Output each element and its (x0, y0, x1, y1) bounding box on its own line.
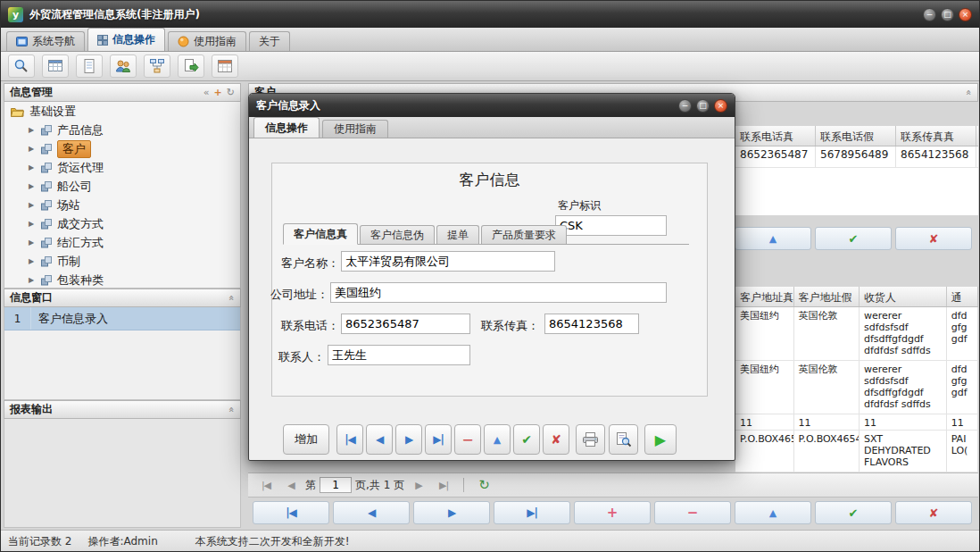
last-button[interactable]: ▶| (425, 424, 452, 455)
tab-system-nav[interactable]: 系统导航 (6, 31, 85, 51)
document-button[interactable] (76, 54, 103, 78)
add-tool-icon[interactable]: + (214, 87, 222, 98)
column-header[interactable]: 客户地址假 (794, 287, 860, 306)
prev-record-button[interactable]: ◀ (333, 501, 410, 524)
table-row[interactable]: 美国纽约 英国伦敦 wererer sdfdsfsdf dfsdffgfdgdf… (735, 361, 978, 414)
phone-input[interactable] (341, 314, 470, 334)
preview-button[interactable] (8, 54, 35, 78)
column-header[interactable]: 联系传真真 (896, 126, 976, 146)
collapse-left-icon[interactable]: « (203, 87, 210, 98)
tree-item-station[interactable]: ▶ 场站 (4, 196, 240, 214)
next-record-button[interactable]: ▶ (413, 501, 490, 524)
modify-button[interactable]: ▲ (735, 227, 811, 250)
customer-name-input[interactable] (341, 251, 555, 272)
last-page-button[interactable]: ▶| (433, 476, 454, 494)
table-button[interactable] (42, 54, 69, 78)
confirm-button[interactable]: ✔ (513, 424, 540, 455)
run-button[interactable]: ▶ (644, 424, 677, 455)
expand-icon[interactable]: ▶ (27, 201, 36, 209)
refresh-tool-icon[interactable]: ↻ (227, 87, 235, 98)
column-header[interactable]: 收货人 (860, 287, 947, 306)
expand-icon[interactable]: ▶ (27, 182, 36, 190)
cancel-record-button[interactable]: ✘ (895, 501, 972, 524)
tree-item-label: 包装种类 (57, 272, 104, 289)
tree-item-freight-agent[interactable]: ▶ 货运代理 (4, 158, 240, 177)
expand-icon[interactable]: ▶ (27, 126, 36, 134)
inner-tab-quality-req[interactable]: 产品质量要求 (481, 225, 567, 245)
table-row[interactable]: 11 11 11 11 (735, 414, 978, 431)
prev-page-button[interactable]: ◀ (280, 476, 302, 494)
tree-item-settlement-method[interactable]: ▶ 结汇方式 (4, 233, 240, 252)
delete-record-button[interactable]: − (654, 501, 731, 524)
collapse-up-icon[interactable]: « (226, 295, 237, 301)
last-record-button[interactable]: ▶| (494, 501, 570, 524)
search-button[interactable] (609, 424, 638, 455)
collapse-up-icon[interactable]: « (963, 89, 975, 96)
modify-button[interactable]: ▲ (484, 424, 511, 455)
table-row[interactable]: 8652365487 5678956489 8654123568 (735, 146, 978, 168)
maximize-button[interactable]: □ (941, 8, 954, 21)
table-row[interactable]: 美国纽约 英国伦敦 wererer sdfdsfsdf dfsdffgfdgdf… (735, 307, 978, 361)
modify-record-button[interactable]: ▲ (735, 501, 811, 524)
export-button[interactable] (178, 54, 204, 78)
tab-info-ops[interactable]: 信息操作 (87, 28, 165, 51)
tree-item-customer[interactable]: ▶ 客户 (4, 139, 240, 158)
column-header[interactable]: 联系电话假 (816, 126, 896, 146)
tree-item-deal-method[interactable]: ▶ 成交方式 (4, 214, 240, 233)
schedule-button[interactable] (212, 54, 238, 78)
expand-icon[interactable]: ▶ (27, 238, 36, 247)
list-item-customer-entry[interactable]: 1 客户信息录入 (4, 307, 240, 330)
cancel-button[interactable]: ✘ (543, 424, 569, 455)
table-row[interactable]: P.O.BOX46546, P.O.BOX46546, SXT DEHYDRAT… (735, 431, 978, 473)
expand-icon[interactable]: ▶ (27, 276, 36, 284)
add-record-button[interactable]: + (574, 501, 651, 524)
first-record-button[interactable]: |◀ (253, 501, 329, 524)
next-button[interactable]: ▶ (395, 424, 422, 455)
confirm-button[interactable]: ✔ (815, 227, 892, 250)
page-number-input[interactable] (320, 477, 352, 493)
dialog-maximize-button[interactable]: □ (696, 99, 710, 113)
dialog-minimize-button[interactable]: − (678, 99, 692, 113)
first-page-button[interactable]: |◀ (255, 476, 277, 494)
inner-tab-customer-fake[interactable]: 客户信息伪 (360, 225, 435, 245)
expand-icon[interactable]: ▶ (27, 220, 36, 228)
dialog-tab-guide[interactable]: 使用指南 (322, 120, 388, 138)
add-button[interactable]: 增加 (283, 424, 329, 455)
expand-icon[interactable]: ▶ (27, 145, 36, 153)
tree-item-product-info[interactable]: ▶ 产品信息 (4, 121, 240, 139)
confirm-record-button[interactable]: ✔ (815, 501, 892, 524)
tree-item-currency[interactable]: ▶ 币制 (4, 252, 240, 271)
customer-id-input[interactable] (555, 215, 667, 236)
company-address-input[interactable] (330, 282, 667, 303)
customers-button[interactable] (110, 54, 137, 78)
column-header[interactable]: 通 (947, 287, 978, 306)
tree-item-packaging[interactable]: ▶ 包装种类 (4, 271, 240, 289)
print-button[interactable] (576, 424, 605, 455)
cancel-button[interactable]: ✘ (895, 227, 972, 250)
cell: 英国伦敦 (794, 307, 860, 360)
tab-about[interactable]: 关于 (249, 31, 290, 51)
minimize-button[interactable]: − (923, 8, 936, 21)
window-title: 外贸流程管理信息系统(非注册用户) (29, 7, 200, 22)
first-button[interactable]: |◀ (336, 424, 363, 455)
prev-button[interactable]: ◀ (366, 424, 393, 455)
inner-tab-bill-of-lading[interactable]: 提单 (436, 225, 479, 245)
next-page-button[interactable]: ▶ (408, 476, 429, 494)
dialog-tab-info-ops[interactable]: 信息操作 (253, 117, 320, 138)
refresh-button[interactable]: ↻ (473, 476, 494, 494)
close-button[interactable]: × (959, 8, 972, 21)
diagram-button[interactable] (144, 54, 170, 78)
contact-person-input[interactable] (328, 345, 470, 365)
tree-item-shipping-company[interactable]: ▶ 船公司 (4, 177, 240, 196)
fax-input[interactable] (544, 314, 639, 334)
tree-root-basic-settings[interactable]: 基础设置 (4, 102, 240, 121)
tab-guide[interactable]: 使用指南 (168, 31, 246, 51)
dialog-close-button[interactable]: × (714, 99, 727, 113)
delete-button[interactable]: − (454, 424, 481, 455)
inner-tab-customer-real[interactable]: 客户信息真 (283, 223, 358, 245)
column-header[interactable]: 客户地址真 (735, 287, 794, 306)
collapse-up-icon[interactable]: « (226, 406, 237, 413)
expand-icon[interactable]: ▶ (27, 257, 36, 265)
expand-icon[interactable]: ▶ (27, 163, 36, 171)
column-header[interactable]: 联系电话真 (735, 126, 816, 146)
